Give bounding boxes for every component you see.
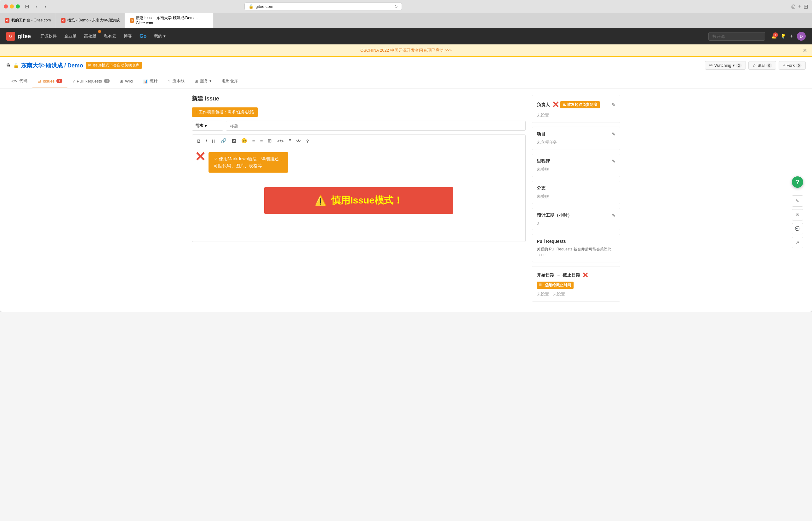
nav-enterprise[interactable]: 企业版 xyxy=(61,31,80,41)
estimated-time-title: 预计工期（小时） xyxy=(537,212,572,218)
toolbar-preview[interactable]: 👁 xyxy=(295,138,302,144)
date-values-row: 未设置 未设置 xyxy=(537,291,616,297)
repo-nav: </> 代码 ⊟ Issues 1 ⑂ Pull Requests 0 ⊞ Wi… xyxy=(0,74,812,89)
gitee-logo[interactable]: G gitee xyxy=(6,32,31,41)
tab-label-overview: 概览 - Demo - 东南大学-顾洪成 xyxy=(67,18,119,23)
sidebar-toggle-button[interactable]: ⊟ xyxy=(23,3,31,10)
fork-button[interactable]: ⑂ Fork 0 xyxy=(779,61,806,70)
search-input[interactable] xyxy=(709,32,765,41)
announcement-close[interactable]: ✕ xyxy=(803,48,807,53)
milestone-edit-icon[interactable]: ✎ xyxy=(612,159,616,164)
gitee-brand-text: gitee xyxy=(18,33,31,40)
branch-title-row: 分支 xyxy=(537,185,616,191)
toolbar-quote[interactable]: ❝ xyxy=(287,137,293,144)
end-date-title: 截止日期 xyxy=(562,272,580,278)
toolbar-bold[interactable]: B xyxy=(196,138,202,144)
toolbar-unordered-list[interactable]: ≡ xyxy=(251,138,256,144)
lightbulb-icon[interactable]: 💡 xyxy=(781,34,786,39)
pipeline-icon: ⑂ xyxy=(168,79,170,84)
nav-issues[interactable]: ⊟ Issues 1 xyxy=(32,74,67,88)
gitee-logo-icon: G xyxy=(6,32,15,41)
tab-overview[interactable]: G 概览 - Demo - 东南大学-顾洪成 xyxy=(56,13,125,28)
nav-my[interactable]: 我的 ▾ xyxy=(151,31,169,41)
annotation-ii: ii. 谁发起谁负责到底 xyxy=(560,101,600,108)
maximize-button[interactable] xyxy=(16,4,20,8)
close-button[interactable] xyxy=(4,4,8,8)
toolbar-emoji[interactable]: 😊 xyxy=(240,137,249,144)
star-button[interactable]: ☆ Star 0 xyxy=(748,61,776,70)
assignee-edit-icon[interactable]: ✎ xyxy=(612,103,616,107)
nav-private-cloud[interactable]: 私有云 xyxy=(101,31,119,41)
tab-new-issue[interactable]: G 新建 Issue · 东南大学-顾洪成/Demo - Gitee.com xyxy=(125,13,213,28)
new-tab-icon[interactable]: + xyxy=(797,3,801,10)
editor-body[interactable]: ✕ iv. 使用Markdown语法，详细描述，可贴代码、图片、表格等 ⚠️ 慎… xyxy=(192,147,525,242)
project-title: 项目 xyxy=(537,131,546,137)
nav-blog[interactable]: 博客 xyxy=(121,31,135,41)
issues-badge: 1 xyxy=(56,79,62,83)
x-mark-assignee: ✕ xyxy=(552,99,559,110)
repo-name[interactable]: 东南大学-顾洪成 / Demo xyxy=(21,62,83,69)
comment-action-button[interactable]: 💬 xyxy=(792,223,803,234)
toolbar-table[interactable]: ⊞ xyxy=(266,137,273,144)
branch-section: 分支 未关联 xyxy=(532,181,620,204)
repo-actions: 👁 Watching ▾ 2 ☆ Star 0 ⑂ Fork 0 xyxy=(705,61,806,70)
right-action-buttons: ✎ ✉ 💬 ↗ xyxy=(792,195,803,248)
tab-workbench[interactable]: G 我的工作台 - Gitee.com xyxy=(0,13,56,28)
notification-bell[interactable]: 🔔 1 xyxy=(771,34,777,39)
address-bar[interactable]: 🔒 gitee.com ↻ xyxy=(245,2,402,10)
nav-open-source[interactable]: 开源软件 xyxy=(37,31,60,41)
reload-button[interactable]: ↻ xyxy=(394,4,398,9)
project-section: 项目 ✎ 未立项任务 xyxy=(532,127,620,150)
toolbar-help[interactable]: ? xyxy=(305,138,310,144)
watching-button[interactable]: 👁 Watching ▾ 2 xyxy=(705,61,746,70)
nav-pull-requests[interactable]: ⑂ Pull Requests 0 xyxy=(67,74,115,88)
menu-icon[interactable]: ⊞ xyxy=(804,3,808,10)
nav-wiki[interactable]: ⊞ Wiki xyxy=(115,74,138,88)
issue-type-select[interactable]: 需求 ▾ xyxy=(192,121,223,131)
nav-exit-repo[interactable]: 退出仓库 xyxy=(217,74,243,88)
lock-icon-repo: 🔒 xyxy=(13,63,19,68)
nav-go[interactable]: Go xyxy=(136,31,149,41)
branch-value: 未关联 xyxy=(537,194,616,199)
nav-stats[interactable]: 📊 统计 xyxy=(138,74,163,88)
share-icon[interactable]: ⎙ xyxy=(791,3,795,10)
nav-code[interactable]: </> 代码 xyxy=(6,74,32,88)
mail-action-button[interactable]: ✉ xyxy=(792,209,803,221)
repo-badge: iv. Issue模式下会自动关联仓库 xyxy=(86,62,142,69)
estimated-time-edit-icon[interactable]: ✎ xyxy=(612,213,616,218)
milestone-title: 里程碑 xyxy=(537,158,550,164)
toolbar-link[interactable]: 🔗 xyxy=(219,137,228,144)
edit-action-button[interactable]: ✎ xyxy=(792,195,803,207)
nav-services[interactable]: ⊞ 服务 ▾ xyxy=(190,74,217,88)
milestone-value: 未关联 xyxy=(537,167,616,172)
toolbar-image[interactable]: 🖼 xyxy=(230,138,237,144)
pr-sidebar-description: 关联的 Pull Requests 被合并后可能会关闭此 issue xyxy=(537,246,616,258)
user-avatar[interactable]: D xyxy=(797,32,806,41)
nav-pipeline[interactable]: ⑂ 流水线 xyxy=(163,74,190,88)
toolbar-ordered-list[interactable]: ≡ xyxy=(259,138,264,144)
minimize-button[interactable] xyxy=(10,4,14,8)
toolbar-code[interactable]: </> xyxy=(276,138,285,144)
back-button[interactable]: ‹ xyxy=(34,3,39,10)
nav-campus[interactable]: 高校版 xyxy=(81,31,99,41)
type-value: 需求 xyxy=(195,123,204,129)
pr-sidebar-section: Pull Requests 关联的 Pull Requests 被合并后可能会关… xyxy=(532,234,620,263)
annotation-iv: iv. 使用Markdown语法，详细描述，可贴代码、图片、表格等 xyxy=(209,152,288,173)
annotation-iii: iii. 必须给截止时间 xyxy=(537,281,574,289)
toolbar-italic[interactable]: I xyxy=(204,138,208,144)
share-action-button[interactable]: ↗ xyxy=(792,237,803,248)
notification-count: 1 xyxy=(773,32,778,38)
issue-title-input[interactable] xyxy=(226,121,526,131)
toolbar-heading[interactable]: H xyxy=(211,138,217,144)
address-text: gitee.com xyxy=(255,4,273,9)
issue-type-row: 需求 ▾ xyxy=(192,121,526,131)
tab-label-workbench: 我的工作台 - Gitee.com xyxy=(11,18,51,23)
page-title: 新建 Issue xyxy=(192,95,526,103)
project-edit-icon[interactable]: ✎ xyxy=(612,132,616,137)
forward-button[interactable]: › xyxy=(43,3,48,10)
help-button[interactable]: ? xyxy=(792,176,803,188)
toolbar-fullscreen[interactable]: ⛶ xyxy=(514,138,521,144)
plus-icon[interactable]: + xyxy=(790,33,793,40)
assignee-value: 未设置 xyxy=(537,112,616,118)
gitee-search xyxy=(709,32,765,41)
